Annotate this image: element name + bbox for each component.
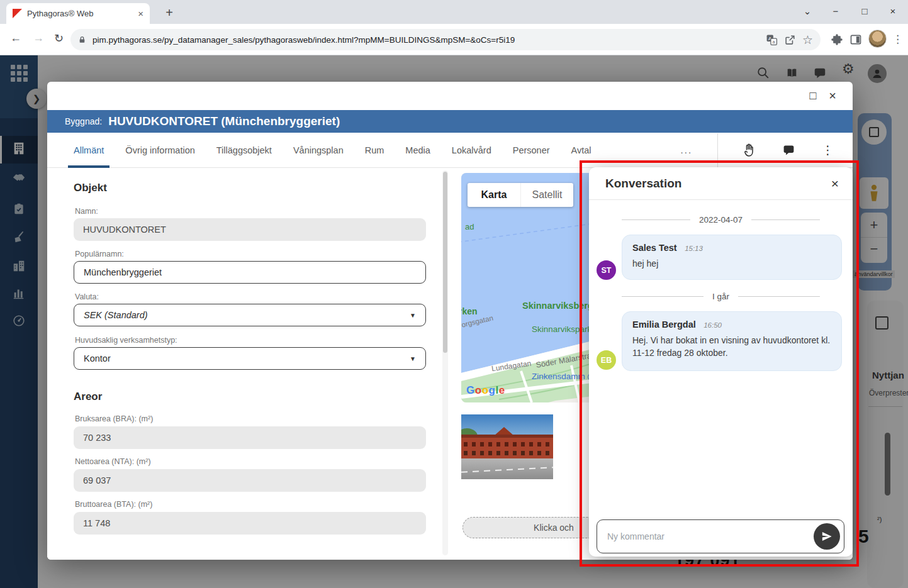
bta-label: Bruttoarea (BTA): (m²) (75, 500, 152, 509)
tabbar-divider (717, 133, 718, 167)
tab-vaningsplan[interactable]: Våningsplan (293, 133, 344, 168)
map-label-fragment-ad: ad (465, 222, 474, 231)
tab-rum[interactable]: Rum (365, 133, 384, 168)
message-time: 16:50 (703, 321, 722, 329)
map-view-toggle: Karta Satellit (468, 183, 573, 207)
hand-subscribe-icon[interactable] (742, 143, 756, 158)
pythagoras-favicon (13, 9, 22, 18)
tab-ovrig-information[interactable]: Övrig information (125, 133, 194, 168)
browser-profile-avatar[interactable] (868, 30, 887, 48)
tab-lokalvard[interactable]: Lokalvård (452, 133, 491, 168)
message-bubble: Emilia Bergdal 16:50 Hej. Vi har bokat i… (622, 311, 842, 371)
map-label-skinnarviksberget: Skinnarviksberge (522, 301, 598, 311)
conversation-title: Konversation (605, 177, 831, 191)
nta-label: Nettoarea (NTA): (m²) (75, 457, 151, 466)
conversation-header: Konversation × (589, 167, 853, 200)
dialog-maximize-icon[interactable]: □ (809, 89, 816, 103)
map-button-satellit[interactable]: Satellit (520, 183, 573, 207)
browser-tabstrip: Pythagoras® Web × + ⌄ − □ × (0, 0, 908, 24)
window-maximize-icon[interactable]: □ (855, 3, 874, 20)
tabs-overflow-button[interactable]: ... (681, 145, 693, 155)
svg-text:a: a (772, 40, 775, 45)
tab-avtal[interactable]: Avtal (571, 133, 591, 168)
message-author: Emilia Bergdal (632, 319, 696, 330)
bta-field: 11 748 (74, 512, 426, 535)
bra-label: Bruksarea (BRA): (m²) (75, 414, 153, 423)
photo-windows (464, 442, 551, 447)
map-label-zinkensdamm: ZinkensdammT (532, 372, 596, 381)
avatar-eb: EB (597, 350, 616, 370)
namn-field: HUVUDKONTORET (74, 218, 426, 241)
dialog-header: Byggnad: HUVUDKONTORET (Münchenbryggerie… (47, 110, 853, 133)
send-icon (821, 530, 833, 543)
tab-allmant[interactable]: Allmänt (74, 133, 104, 168)
chevron-down-icon: ▼ (410, 312, 416, 319)
verksamhetstyp-label: Huvudsaklig verksamhetstyp: (75, 336, 177, 345)
reload-icon[interactable]: ↻ (54, 31, 64, 45)
url-text: pim.pythagoras.se/py_datamanager_sales/p… (92, 35, 759, 45)
tab-tillaggsobjekt[interactable]: Tilläggsobjekt (216, 133, 272, 168)
new-comment-box (597, 519, 844, 553)
forward-icon[interactable]: → (33, 31, 44, 45)
map-label-fragment-rken: rken (461, 306, 478, 316)
valuta-select[interactable]: SEK (Standard) ▼ (74, 304, 426, 326)
chevron-down-icon: ▼ (410, 355, 416, 362)
tab-media[interactable]: Media (405, 133, 430, 168)
content-scrollbar[interactable] (442, 170, 448, 555)
new-comment-input[interactable] (607, 531, 814, 541)
map-label-skinnarviksparken: Skinnarvikspark (532, 325, 591, 334)
valuta-label: Valuta: (75, 292, 99, 301)
message-bubble: Sales Test 15:13 hej hej (622, 235, 842, 280)
popularnamn-input[interactable] (84, 267, 416, 277)
message-text: hej hej (632, 257, 831, 270)
namn-label: Namn: (75, 207, 98, 216)
avatar-st: ST (597, 260, 616, 280)
browser-tab[interactable]: Pythagoras® Web × (6, 3, 150, 24)
send-button[interactable] (814, 523, 840, 550)
popularnamn-field[interactable] (74, 261, 426, 284)
date-divider: 2022-04-07 (589, 215, 853, 225)
yesterday-divider: I går (589, 292, 853, 301)
section-areor-heading: Areor (74, 391, 102, 403)
side-panel-icon[interactable] (849, 33, 862, 46)
screen: Pythagoras® Web × + ⌄ − □ × ← → ↻ pim.py… (0, 0, 908, 588)
nta-field: 69 037 (74, 469, 426, 492)
dialog-tabbar: Allmänt Övrig information Tilläggsobjekt… (47, 133, 853, 168)
popularnamn-label: Populärnamn: (75, 250, 124, 258)
map-button-karta[interactable]: Karta (468, 183, 520, 207)
tab-title: Pythagoras® Web (27, 9, 133, 18)
message-time: 15:13 (685, 245, 703, 252)
window-close-icon[interactable]: × (883, 3, 902, 20)
verksamhetstyp-select[interactable]: Kontor ▼ (74, 347, 426, 370)
tab-close-icon[interactable]: × (138, 8, 143, 19)
google-logo[interactable]: Google (466, 384, 505, 397)
url-bar[interactable]: pim.pythagoras.se/py_datamanager_sales/p… (70, 29, 821, 50)
dialog-window-controls: □ × (47, 82, 853, 110)
bookmark-star-icon[interactable]: ☆ (802, 33, 813, 47)
back-icon[interactable]: ← (10, 31, 21, 45)
photo-windows-2 (464, 451, 551, 455)
bra-field: 70 233 (74, 426, 426, 449)
share-icon[interactable] (784, 34, 796, 46)
message-text: Hej. Vi har bokat in en visning av huvud… (632, 334, 831, 360)
dialog-kebab-icon[interactable]: ⋮ (822, 143, 834, 157)
extensions-puzzle-icon[interactable] (831, 33, 843, 46)
conversation-bubble-icon[interactable] (782, 143, 795, 157)
message-author: Sales Test (632, 243, 677, 253)
lock-icon (78, 35, 86, 45)
new-tab-button[interactable]: + (161, 5, 177, 21)
conversation-close-icon[interactable]: × (831, 176, 839, 191)
conversation-panel: Konversation × 2022-04-07 ST Sales Test … (589, 167, 853, 557)
tab-personer[interactable]: Personer (513, 133, 550, 168)
window-minimize-icon[interactable]: − (826, 3, 845, 20)
entity-type-label: Byggnad: (65, 116, 102, 126)
dialog-title: HUVUDKONTORET (Münchenbryggeriet) (108, 114, 340, 128)
building-photo[interactable] (461, 414, 553, 479)
window-chevron-icon[interactable]: ⌄ (798, 3, 817, 20)
browser-toolbar: ← → ↻ pim.pythagoras.se/py_datamanager_s… (0, 24, 908, 55)
translate-icon[interactable]: Aa (766, 34, 778, 46)
section-objekt-heading: Objekt (74, 182, 107, 194)
browser-menu-kebab-icon[interactable]: ⋮ (892, 33, 903, 46)
dialog-close-icon[interactable]: × (829, 89, 836, 103)
